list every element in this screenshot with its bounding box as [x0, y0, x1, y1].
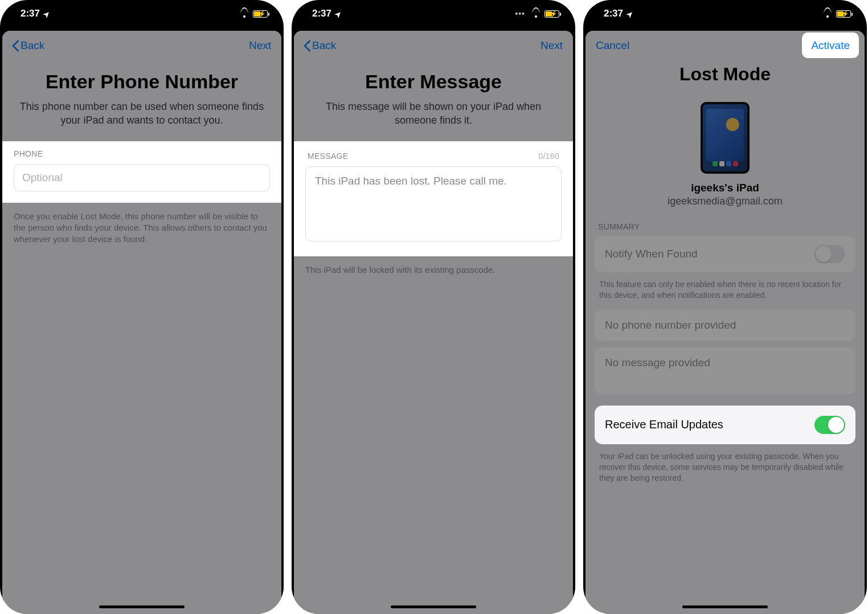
home-indicator[interactable]: [99, 605, 185, 608]
device-email: igeeksmedia@gmail.com: [586, 195, 865, 207]
page-subtitle: This phone number can be used when someo…: [19, 100, 264, 128]
phone-screen-3: 2:37 ⚡ Cancel Activate Lost Mode igeeks'…: [583, 0, 867, 614]
message-footer-note: This iPad will be locked with its existi…: [294, 256, 573, 284]
page-title: Lost Mode: [603, 64, 847, 85]
next-button[interactable]: Next: [541, 39, 563, 52]
home-indicator[interactable]: [682, 605, 768, 608]
location-icon: [335, 8, 341, 19]
status-time: 2:37: [21, 8, 40, 19]
summary-label: SUMMARY: [586, 222, 865, 236]
phone-screen-1: 2:37 ⚡ Back Next Enter Phone Number This…: [0, 0, 284, 614]
status-bar: 2:37 ⚡: [0, 0, 284, 27]
phone-input-band: PHONE: [2, 141, 281, 203]
sheet: Back Next Enter Phone Number This phone …: [2, 31, 281, 614]
no-message-text: No message provided: [605, 357, 710, 369]
back-button[interactable]: Back: [304, 39, 336, 52]
ipad-icon: [701, 102, 750, 174]
page-subtitle: This message will be shown on your iPad …: [311, 100, 556, 128]
cancel-label: Cancel: [596, 39, 629, 52]
phone-footer-note: Once you enable Lost Mode, this phone nu…: [2, 203, 281, 253]
device-preview: igeeks's iPad igeeksmedia@gmail.com: [586, 95, 865, 222]
phone-screen-2: 2:37 ••• ⚡ Back Next Enter Message This …: [292, 0, 575, 614]
phone-input[interactable]: [14, 164, 270, 191]
back-button[interactable]: Back: [13, 39, 44, 52]
cellular-icon: •••: [515, 9, 525, 18]
notify-hint: This feature can only be enabled when th…: [586, 279, 865, 310]
home-indicator[interactable]: [391, 605, 476, 608]
page-title: Enter Phone Number: [19, 71, 264, 93]
notify-label: Notify When Found: [605, 248, 698, 260]
chevron-left-icon: [304, 40, 311, 51]
page-title: Enter Message: [311, 71, 556, 93]
sheet: Cancel Activate Lost Mode igeeks's iPad …: [586, 31, 865, 614]
status-bar: 2:37 ••• ⚡: [292, 0, 575, 27]
wifi-icon: [239, 10, 249, 18]
sheet: Back Next Enter Message This message wil…: [294, 31, 573, 614]
chevron-left-icon: [13, 40, 19, 51]
wifi-icon: [822, 10, 833, 18]
email-updates-label: Receive Email Updates: [605, 418, 723, 431]
activate-button[interactable]: Activate: [802, 32, 859, 58]
notify-when-found-cell[interactable]: Notify When Found: [595, 236, 855, 272]
notify-toggle[interactable]: [814, 245, 845, 263]
message-input[interactable]: [305, 166, 562, 241]
device-name: igeeks's iPad: [586, 182, 865, 194]
status-time: 2:37: [312, 8, 331, 19]
battery-icon: ⚡: [253, 10, 268, 18]
back-label: Back: [21, 39, 44, 52]
location-icon: [627, 8, 633, 19]
message-counter: 0/160: [538, 152, 559, 161]
status-time: 2:37: [604, 8, 623, 19]
no-phone-text: No phone number provided: [605, 319, 736, 331]
next-button[interactable]: Next: [249, 39, 271, 52]
message-input-band: MESSAGE 0/160: [294, 141, 573, 256]
back-label: Back: [312, 39, 336, 52]
email-updates-toggle[interactable]: [814, 416, 845, 434]
phone-summary-cell[interactable]: No phone number provided: [595, 310, 855, 341]
battery-icon: ⚡: [836, 10, 851, 18]
message-summary-cell[interactable]: No message provided: [595, 347, 855, 394]
location-icon: [43, 8, 50, 19]
cancel-button[interactable]: Cancel: [596, 39, 629, 52]
battery-icon: ⚡: [544, 10, 559, 18]
phone-field-label: PHONE: [14, 149, 270, 158]
unlock-hint: Your iPad can be unlocked using your exi…: [586, 451, 865, 493]
status-bar: 2:37 ⚡: [583, 0, 867, 27]
message-field-label: MESSAGE: [308, 152, 348, 161]
receive-email-updates-cell[interactable]: Receive Email Updates: [595, 406, 855, 444]
wifi-icon: [531, 10, 541, 18]
